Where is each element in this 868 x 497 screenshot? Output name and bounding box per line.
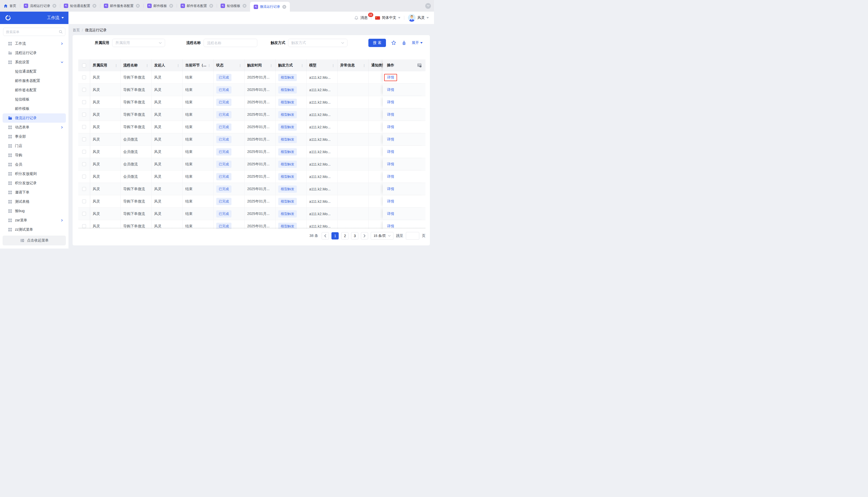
trigger-badge[interactable]: 模型触发 [278, 74, 297, 81]
detail-link[interactable]: 详情 [387, 150, 394, 154]
sidebar-item[interactable]: 系统设置 [3, 58, 66, 67]
trigger-badge[interactable]: 模型触发 [278, 198, 297, 205]
sidebar-item[interactable]: 短信通道配置 [3, 67, 66, 76]
collapse-menu-button[interactable]: 点击收起菜单 [3, 236, 66, 245]
select-all-checkbox[interactable] [82, 63, 86, 68]
next-page-button[interactable] [361, 232, 368, 240]
column-header[interactable]: 触发时间⋮ [245, 59, 276, 71]
sidebar-item[interactable]: 积分发放记录 [3, 179, 66, 188]
trigger-badge[interactable]: 模型触发 [278, 136, 297, 143]
detail-link[interactable]: 详情 [384, 74, 397, 81]
close-icon[interactable] [93, 4, 96, 8]
detail-link[interactable]: 详情 [387, 125, 394, 129]
column-header[interactable]: 状态⋮ [214, 59, 245, 71]
column-menu-icon[interactable]: ⋮ [269, 63, 273, 68]
detail-link[interactable]: 详情 [387, 112, 394, 117]
row-checkbox[interactable] [82, 113, 86, 116]
column-header[interactable]: 模型⋮ [307, 59, 338, 71]
sidebar-item[interactable]: 工作流 [3, 39, 66, 48]
tab[interactable]: 短信模板 [217, 0, 250, 12]
page-button[interactable]: 2 [341, 232, 348, 240]
row-checkbox[interactable] [82, 75, 86, 79]
column-menu-icon[interactable]: ⋮ [362, 63, 366, 68]
column-header[interactable]: 当前环节（...⋮ [183, 59, 214, 71]
close-icon[interactable] [136, 4, 140, 8]
column-header[interactable]: 流程名称⋮ [120, 59, 152, 71]
trigger-badge[interactable]: 模型触发 [278, 148, 297, 156]
detail-link[interactable]: 详情 [387, 100, 394, 104]
jump-page-input[interactable] [406, 232, 419, 240]
app-title[interactable]: 工作流 [47, 15, 64, 21]
detail-link[interactable]: 详情 [387, 199, 394, 204]
column-header[interactable]: 异常信息⋮ [338, 59, 369, 71]
page-button[interactable]: 1 [331, 232, 339, 240]
sidebar-item[interactable]: 邮件签名配置 [3, 85, 66, 95]
sidebar-item[interactable]: 导购 [3, 151, 66, 160]
app-select[interactable]: 所属应用 [112, 39, 165, 47]
detail-link[interactable]: 详情 [387, 224, 394, 229]
column-menu-icon[interactable]: ⋮ [208, 63, 211, 68]
row-checkbox[interactable] [82, 199, 86, 203]
messages-button[interactable]: 消息 16 [354, 15, 368, 20]
row-checkbox[interactable] [82, 100, 86, 104]
column-menu-icon[interactable]: ⋮ [331, 63, 335, 68]
tab[interactable]: 流程运行记录 [20, 0, 60, 12]
sidebar-item[interactable]: zz测试菜单 [3, 225, 66, 234]
trigger-badge[interactable]: 模型触发 [278, 111, 297, 118]
column-menu-icon[interactable]: ⋮ [176, 63, 180, 68]
column-menu-icon[interactable]: ⋮ [239, 63, 242, 68]
sidebar-item[interactable]: 积分发放规则 [3, 169, 66, 179]
sidebar-item[interactable]: 会员 [3, 160, 66, 169]
row-checkbox[interactable] [82, 175, 86, 179]
sidebar-item[interactable]: 验bug [3, 207, 66, 216]
sidebar-item[interactable]: 测试表格 [3, 197, 66, 207]
close-icon[interactable] [53, 4, 56, 8]
sidebar-item[interactable]: 邮件服务器配置 [3, 76, 66, 85]
trigger-badge[interactable]: 模型触发 [278, 124, 297, 131]
row-checkbox[interactable] [82, 125, 86, 129]
row-checkbox[interactable] [82, 150, 86, 154]
tab[interactable]: 邮件模板 [144, 0, 177, 12]
sidebar-item[interactable]: 微流运行记录 [3, 113, 66, 123]
column-header[interactable]: 所属应用⋮ [90, 59, 120, 71]
detail-link[interactable]: 详情 [387, 137, 394, 142]
column-header[interactable]: 发起人⋮ [152, 59, 183, 71]
tab[interactable]: 邮件服务器配置 [100, 0, 143, 12]
trigger-badge[interactable]: 模型触发 [278, 99, 297, 106]
trigger-badge[interactable]: 模型触发 [278, 185, 297, 193]
sidebar-item[interactable]: 邀请下单 [3, 188, 66, 197]
close-icon[interactable] [169, 4, 173, 8]
tab[interactable]: 微流运行记录 [250, 2, 290, 12]
sidebar-item[interactable]: zar菜单 [3, 216, 66, 225]
user-menu[interactable]: 风灵 [408, 14, 429, 22]
detail-link[interactable]: 详情 [387, 88, 394, 92]
prev-page-button[interactable] [322, 232, 329, 240]
page-button[interactable]: 3 [351, 232, 358, 240]
column-menu-icon[interactable]: ⋮ [145, 63, 149, 68]
sidebar-item[interactable]: 短信模板 [3, 95, 66, 104]
trigger-badge[interactable]: 模型触发 [278, 86, 297, 94]
breadcrumb-home[interactable]: 首页 [73, 28, 80, 32]
trigger-select[interactable]: 触发方式 [288, 39, 347, 47]
menu-search-input[interactable] [3, 30, 59, 34]
tab[interactable]: 首页 [0, 0, 20, 12]
tab[interactable]: 短信通道配置 [60, 0, 100, 12]
tab-overflow-button[interactable] [425, 3, 431, 9]
close-icon[interactable] [243, 4, 246, 8]
detail-link[interactable]: 详情 [387, 212, 394, 216]
detail-link[interactable]: 详情 [387, 162, 394, 167]
sidebar-item[interactable]: 门店 [3, 141, 66, 151]
table-columns-eye-icon[interactable] [417, 63, 422, 68]
search-button[interactable]: 搜 索 [368, 39, 386, 47]
row-checkbox[interactable] [82, 138, 86, 141]
star-icon[interactable] [391, 40, 396, 45]
detail-link[interactable]: 详情 [387, 187, 394, 191]
row-checkbox[interactable] [82, 88, 86, 92]
tab[interactable]: 邮件签名配置 [177, 0, 217, 12]
sidebar-item[interactable]: 动态表单 [3, 123, 66, 132]
row-checkbox[interactable] [82, 212, 86, 216]
column-header[interactable]: 触发方式⋮ [276, 59, 307, 71]
sidebar-item[interactable]: 流程运行记录 [3, 48, 66, 58]
clear-icon[interactable] [401, 40, 407, 45]
sidebar-item[interactable]: 邮件模板 [3, 104, 66, 113]
